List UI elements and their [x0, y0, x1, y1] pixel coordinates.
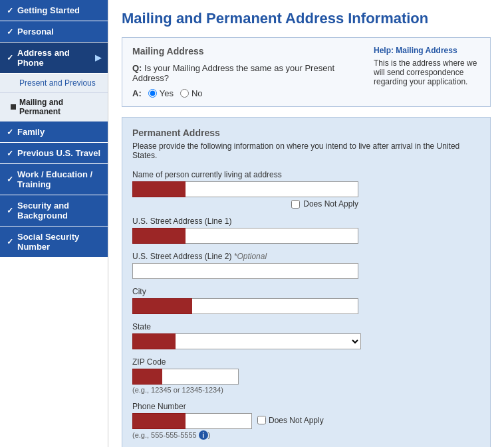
- sidebar-item-address-phone[interactable]: ✓ Address and Phone ▶: [0, 43, 108, 73]
- sidebar-item-work-education[interactable]: ✓ Work / Education / Training: [0, 164, 108, 195]
- state-label: State: [132, 322, 480, 331]
- check-icon: ✓: [7, 27, 13, 37]
- subitem-label: Mailing and Permanent: [19, 98, 100, 116]
- city-label: City: [132, 287, 480, 296]
- mailing-question: Q: Is your Mailing Address the same as y…: [132, 63, 360, 83]
- sidebar-item-label: Previous U.S. Travel: [17, 148, 100, 158]
- check-icon: ✓: [7, 175, 13, 184]
- info-icon[interactable]: i: [199, 430, 208, 440]
- permanent-address-section: Permanent Address Please provide the fol…: [122, 117, 491, 447]
- state-select[interactable]: AL AK AZ CA CO CT FL GA NY TX: [132, 333, 361, 349]
- phone-does-not-apply-row[interactable]: Does Not Apply: [257, 416, 324, 425]
- street2-input[interactable]: [132, 263, 358, 279]
- check-icon: ✓: [7, 206, 13, 215]
- person-name-input[interactable]: [132, 181, 358, 197]
- sidebar-item-label: Social Security Number: [17, 232, 101, 252]
- check-icon: ✓: [7, 128, 13, 137]
- help-text: This is the address where we will send c…: [374, 58, 480, 86]
- sidebar-submenu-address: Present and Previous Mailing and Permane…: [0, 74, 108, 122]
- sidebar-item-family[interactable]: ✓ Family: [0, 122, 108, 142]
- form-group-state: State AL AK AZ CA CO CT FL GA NY TX: [132, 322, 480, 349]
- check-icon: ✓: [7, 53, 13, 62]
- person-name-label: Name of person currently living at addre…: [132, 170, 480, 179]
- mailing-address-main: Mailing Address Q: Is your Mailing Addre…: [132, 46, 360, 98]
- zip-label: ZIP Code: [132, 357, 480, 367]
- check-icon: ✓: [7, 237, 13, 246]
- subitem-label: Present and Previous: [19, 78, 96, 88]
- does-not-apply-row-name: Does Not Apply: [132, 199, 358, 209]
- phone-input[interactable]: [132, 413, 252, 429]
- check-icon: ✓: [7, 6, 13, 15]
- phone-does-not-apply-label: Does Not Apply: [269, 416, 324, 425]
- form-group-street2: U.S. Street Address (Line 2) *Optional: [132, 252, 480, 279]
- bullet-empty: [11, 80, 16, 86]
- no-radio[interactable]: [180, 89, 189, 98]
- mailing-help: Help: Mailing Address This is the addres…: [374, 46, 480, 98]
- sidebar-item-label: Getting Started: [17, 5, 80, 15]
- sidebar-item-label: Work / Education / Training: [17, 169, 101, 189]
- sidebar-item-label: Address and Phone: [17, 48, 91, 68]
- zip-input[interactable]: [132, 369, 239, 385]
- mailing-address-section: Mailing Address Q: Is your Mailing Addre…: [122, 37, 491, 107]
- phone-hint: (e.g., 555-555-5555 i): [132, 430, 480, 440]
- sidebar-subitem-mailing-permanent[interactable]: Mailing and Permanent: [0, 93, 108, 122]
- phone-does-not-apply-checkbox[interactable]: [257, 416, 266, 424]
- form-group-zip: ZIP Code (e.g., 12345 or 12345-1234): [132, 357, 480, 394]
- permanent-address-title: Permanent Address: [132, 128, 480, 138]
- no-label: No: [191, 88, 203, 98]
- form-group-street1: U.S. Street Address (Line 1): [132, 217, 480, 244]
- yes-radio[interactable]: [148, 89, 157, 98]
- sidebar-item-personal[interactable]: ✓ Personal: [0, 21, 108, 42]
- phone-label: Phone Number: [132, 402, 480, 411]
- sidebar: ✓ Getting Started ✓ Personal ✓ Address a…: [0, 0, 108, 447]
- form-group-person-name: Name of person currently living at addre…: [132, 170, 480, 209]
- bullet-icon: [11, 104, 16, 110]
- sidebar-item-social-security[interactable]: ✓ Social Security Number: [0, 226, 108, 257]
- sidebar-item-label: Security and Background: [17, 201, 101, 221]
- no-option[interactable]: No: [180, 88, 203, 98]
- mailing-answer-row: A: Yes No: [132, 88, 360, 98]
- page-title: Mailing and Permanent Address Informatio…: [122, 10, 491, 27]
- q-label: Q:: [132, 63, 142, 73]
- does-not-apply-checkbox-name[interactable]: [291, 200, 300, 209]
- sidebar-item-security-background[interactable]: ✓ Security and Background: [0, 195, 108, 226]
- sidebar-item-getting-started[interactable]: ✓ Getting Started: [0, 0, 108, 21]
- form-group-city: City: [132, 287, 480, 314]
- city-input[interactable]: [132, 298, 358, 314]
- street2-label: U.S. Street Address (Line 2) *Optional: [132, 252, 480, 261]
- yes-option[interactable]: Yes: [148, 88, 174, 98]
- permanent-address-desc: Please provide the following information…: [132, 141, 480, 160]
- sidebar-item-label: Personal: [17, 27, 54, 37]
- does-not-apply-label: Does Not Apply: [303, 199, 358, 209]
- yes-label: Yes: [160, 88, 174, 98]
- mailing-question-text: Is your Mailing Address the same as your…: [132, 63, 334, 83]
- main-content: Mailing and Permanent Address Informatio…: [108, 0, 504, 447]
- help-title: Help: Mailing Address: [374, 46, 480, 55]
- arrow-icon: ▶: [95, 53, 101, 62]
- a-label: A:: [132, 88, 142, 98]
- mailing-address-label: Mailing Address: [132, 46, 360, 56]
- sidebar-item-previous-travel[interactable]: ✓ Previous U.S. Travel: [0, 143, 108, 163]
- street1-label: U.S. Street Address (Line 1): [132, 217, 480, 226]
- check-icon: ✓: [7, 149, 13, 158]
- zip-hint: (e.g., 12345 or 12345-1234): [132, 386, 480, 394]
- optional-label: *Optional: [234, 252, 267, 261]
- street1-input[interactable]: [132, 228, 358, 244]
- form-group-phone: Phone Number Does Not Apply (e.g., 555-5…: [132, 402, 480, 440]
- sidebar-subitem-present-previous[interactable]: Present and Previous: [0, 74, 108, 93]
- sidebar-item-label: Family: [17, 127, 45, 137]
